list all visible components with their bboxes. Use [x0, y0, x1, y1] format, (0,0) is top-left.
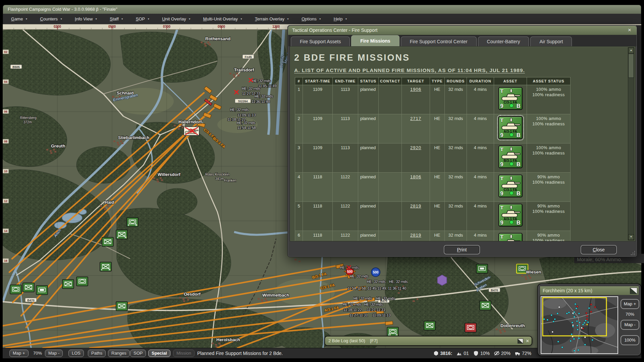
- menu-item-counters[interactable]: Counters▼: [40, 16, 62, 21]
- table-row[interactable]: 111091113planned1906HE32 rnds4 minsTC/3-…: [295, 85, 571, 114]
- menu-item-staff[interactable]: Staff▼: [110, 16, 123, 21]
- restore-panel-icon[interactable]: [518, 339, 523, 344]
- minimap-unit-dot: [577, 325, 578, 326]
- table-row[interactable]: 611181122planned2819HE32 rnds4 minsTB/3-…: [295, 231, 571, 242]
- map-unit-counter[interactable]: [424, 321, 435, 330]
- svg-text:0500: 0500: [108, 25, 116, 28]
- toolbar-button-map[interactable]: Map -: [45, 350, 63, 357]
- asset-counter[interactable]: TC/3-1 FA9B: [498, 175, 523, 197]
- map-unit-counter[interactable]: [62, 280, 74, 289]
- asset-counter[interactable]: TC/3-1 FA9B: [498, 87, 523, 110]
- asset-counter[interactable]: TB/3-1 FA9B: [498, 233, 523, 241]
- scroll-up-icon[interactable]: ▲: [628, 48, 634, 53]
- map-unit-counter[interactable]: [480, 301, 491, 310]
- minimap-unit-dot: [582, 324, 584, 325]
- svg-text:11:27-11:31: 11:27-11:31: [367, 308, 385, 312]
- map-unit-counter[interactable]: [116, 302, 127, 311]
- minimap-unit-dot: [566, 313, 568, 314]
- readiness-dot: [509, 104, 514, 108]
- asset-counter[interactable]: TA/3-1 FA9B: [498, 116, 523, 139]
- svg-text:14: 14: [4, 229, 7, 233]
- close-icon[interactable]: ×: [526, 338, 529, 344]
- toolbar-button-paths[interactable]: Paths: [88, 350, 106, 357]
- target-link[interactable]: 2920: [410, 145, 421, 150]
- asset-counter[interactable]: TB/3-1 FA9B: [498, 145, 523, 168]
- column-header: ROUNDS: [445, 77, 467, 85]
- target-link[interactable]: 1806: [410, 174, 421, 179]
- target-link[interactable]: 2819: [410, 203, 421, 208]
- column-header: CONTACT: [379, 77, 402, 85]
- toolbar-button-sop[interactable]: SOP: [130, 350, 146, 357]
- table-row[interactable]: 511181122planned2819HE32 rnds4 minsTA/3-…: [295, 202, 571, 231]
- table-row[interactable]: 211091113planned2717HE32 rnds4 minsTA/3-…: [295, 114, 571, 143]
- close-button[interactable]: Close: [581, 245, 617, 254]
- map-unit-counter[interactable]: 3R: [127, 218, 138, 227]
- map-unit-counter[interactable]: [23, 283, 34, 292]
- svg-text:Wimmelbach: Wimmelbach: [262, 293, 289, 298]
- minimap-map[interactable]: [541, 296, 618, 354]
- svg-text:Hallerndorf: Hallerndorf: [178, 119, 202, 124]
- map-unit-counter[interactable]: [465, 323, 476, 332]
- svg-text:500: 500: [373, 270, 379, 274]
- minimap-unit-dot: [584, 322, 585, 324]
- objective-hex-marker: [437, 275, 447, 286]
- svg-text:0700: 0700: [163, 25, 171, 28]
- toolbar-button-map[interactable]: Map +: [9, 350, 29, 357]
- toolbar-button-ranges[interactable]: Ranges: [108, 350, 130, 357]
- table-row[interactable]: 311091113planned2920HE32 rnds4 minsTB/3-…: [295, 143, 571, 173]
- window-title: Flashpoint Campaigns Cold War - 3.0.0.98…: [8, 7, 117, 12]
- menu-item-options[interactable]: Options▼: [302, 16, 321, 21]
- minimap-zoom-out-button[interactable]: Map -: [621, 320, 639, 330]
- menu-item-game[interactable]: Game▼: [11, 16, 28, 21]
- table-row[interactable]: 411181122planned1806HE32 rnds4 minsTC/3-…: [295, 173, 571, 202]
- elevation-icon: [457, 351, 462, 356]
- map-unit-counter[interactable]: [36, 286, 48, 295]
- target-link[interactable]: 1906: [410, 87, 421, 92]
- map-unit-counter[interactable]: [10, 285, 21, 294]
- menu-item-info-view[interactable]: Info View▼: [75, 16, 97, 21]
- minimap-unit-dot: [586, 312, 587, 314]
- minimap-zoom-100-button[interactable]: 100%: [621, 335, 639, 345]
- svg-text:Haid: Haid: [105, 200, 114, 205]
- close-icon[interactable]: ×: [626, 26, 633, 35]
- target-link[interactable]: 2717: [410, 116, 421, 121]
- target-link[interactable]: 2819: [410, 233, 421, 238]
- map-unit-counter[interactable]: 10H: [387, 327, 398, 336]
- minimap-zoom-in-button[interactable]: Map +: [621, 299, 639, 309]
- asset-counter[interactable]: TA/3-1 FA9B: [498, 204, 523, 227]
- print-button[interactable]: Print: [444, 245, 480, 254]
- map-unit-counter[interactable]: 4R: [100, 262, 111, 271]
- map-unit-counter[interactable]: [102, 237, 113, 246]
- menu-item-unit-overlay[interactable]: Unit Overlay▼: [162, 16, 191, 21]
- menu-item-terrain-overlay[interactable]: Terrain Overlay▼: [255, 16, 289, 21]
- tab-fire-support-control-center[interactable]: Fire Support Control Center: [401, 37, 477, 46]
- menu-item-sop[interactable]: SOP▼: [136, 16, 150, 21]
- page-title: 2 BDE FIRE MISSIONS: [294, 53, 410, 63]
- minimap-unit-dot: [552, 331, 553, 333]
- svg-text:10: 10: [4, 170, 7, 173]
- toolbar-button-los[interactable]: LOS: [68, 350, 84, 357]
- tab-air-support[interactable]: Air Support: [530, 37, 572, 46]
- dialog-titlebar[interactable]: Tactical Operations Center - Fire Suppor…: [288, 26, 637, 35]
- collapse-panel-icon[interactable]: [630, 288, 637, 294]
- map-unit-counter[interactable]: [76, 277, 88, 286]
- scroll-down-icon[interactable]: ▼: [628, 234, 634, 240]
- sp-artillery-icon: [500, 121, 521, 130]
- visibility-icon: [494, 351, 499, 356]
- scrollbar-thumb[interactable]: [628, 54, 634, 78]
- tab-counter-battery[interactable]: Counter-Battery: [478, 37, 529, 46]
- status-indicator: 10%: [473, 351, 490, 356]
- log-bar-hotkey: [F7]: [370, 338, 377, 343]
- minimap-unit-dot: [576, 320, 578, 322]
- toolbar-button-special[interactable]: Special: [148, 350, 170, 357]
- tab-fire-support-assets[interactable]: Fire Support Assets: [291, 37, 350, 46]
- dialog-resize-grip[interactable]: [630, 250, 635, 255]
- scrollbar[interactable]: ▲ ▼: [628, 47, 634, 240]
- svg-text:12: 12: [4, 199, 7, 203]
- menu-item-help[interactable]: Help▼: [334, 16, 347, 21]
- map-unit-counter[interactable]: [476, 264, 488, 273]
- map-unit-counter[interactable]: 4R: [116, 230, 127, 239]
- tab-fire-missions[interactable]: Fire Missions: [351, 35, 399, 46]
- menu-item-multi-unit-overlay[interactable]: Multi-Unit Overlay▼: [203, 16, 243, 21]
- bde-log-bar[interactable]: 2 Bde Log (last 50) [F7] ×: [324, 336, 532, 346]
